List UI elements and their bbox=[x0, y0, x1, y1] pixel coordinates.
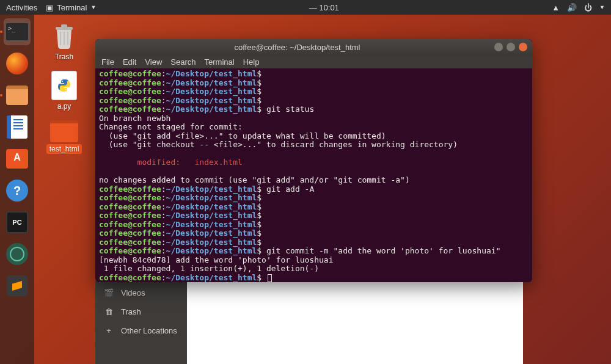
desktop-folder-testhtml[interactable]: test_html bbox=[46, 120, 82, 154]
svg-rect-1 bbox=[61, 24, 67, 27]
chevron-down-icon: ▼ bbox=[90, 4, 96, 10]
chevron-down-icon: ▼ bbox=[599, 4, 605, 10]
menu-file[interactable]: File bbox=[101, 57, 114, 67]
desktop-file-label: a.py bbox=[57, 102, 71, 111]
clock[interactable]: — 10:01 bbox=[309, 3, 339, 12]
close-button[interactable] bbox=[519, 43, 527, 51]
sidebar-item-other-locations[interactable]: + Other Locations bbox=[95, 321, 187, 340]
dock-libreoffice-writer[interactable] bbox=[4, 114, 31, 140]
svg-point-3 bbox=[65, 89, 67, 90]
dock-firefox[interactable] bbox=[4, 50, 31, 77]
menu-terminal[interactable]: Terminal bbox=[205, 57, 235, 67]
plus-icon: + bbox=[104, 326, 114, 335]
menu-search[interactable]: Search bbox=[170, 57, 196, 67]
terminal-titlebar[interactable]: coffee@coffee: ~/Desktop/test_html bbox=[95, 39, 532, 55]
folder-icon bbox=[50, 120, 78, 142]
trash-icon: 🗑 bbox=[104, 307, 114, 316]
terminal-window: coffee@coffee: ~/Desktop/test_html File … bbox=[95, 39, 532, 282]
window-title: coffee@coffee: ~/Desktop/test_html bbox=[100, 43, 494, 52]
activities-button[interactable]: Activities bbox=[6, 3, 37, 12]
volume-icon[interactable]: 🔊 bbox=[567, 3, 577, 12]
files-sidebar: 🎬 Videos 🗑 Trash + Other Locations bbox=[95, 281, 187, 364]
app-menu[interactable]: ▣ Terminal ▼ bbox=[46, 3, 96, 12]
desktop-trash-label: Trash bbox=[55, 53, 73, 61]
desktop-folder-label: test_html bbox=[46, 144, 82, 154]
sidebar-item-trash[interactable]: 🗑 Trash bbox=[95, 302, 187, 321]
dock-terminal[interactable]: >_ bbox=[4, 18, 31, 45]
sidebar-item-videos[interactable]: 🎬 Videos bbox=[95, 283, 187, 302]
sidebar-item-label: Videos bbox=[121, 288, 145, 297]
dock-pycharm[interactable]: PC bbox=[4, 209, 31, 236]
desktop-file-apy[interactable]: a.py bbox=[51, 71, 77, 111]
cursor bbox=[268, 274, 272, 282]
video-icon: 🎬 bbox=[104, 288, 114, 297]
menu-view[interactable]: View bbox=[145, 57, 162, 67]
terminal-icon: ▣ bbox=[46, 3, 53, 12]
sidebar-item-label: Trash bbox=[121, 307, 141, 316]
sidebar-item-label: Other Locations bbox=[121, 326, 177, 335]
desktop-icons: Trash a.py test_html bbox=[44, 24, 84, 154]
top-panel: Activities ▣ Terminal ▼ — 10:01 ▲ 🔊 ⏻ ▼ bbox=[0, 0, 611, 15]
files-window[interactable]: 🎬 Videos 🗑 Trash + Other Locations bbox=[95, 281, 523, 364]
power-icon[interactable]: ⏻ bbox=[584, 3, 592, 12]
trash-icon bbox=[53, 24, 75, 51]
network-icon[interactable]: ▲ bbox=[552, 3, 560, 12]
svg-point-2 bbox=[62, 81, 63, 82]
dock-sublime[interactable] bbox=[4, 272, 31, 299]
python-file-icon bbox=[51, 71, 77, 100]
dock-help[interactable]: ? bbox=[4, 177, 31, 204]
minimize-button[interactable] bbox=[494, 43, 503, 51]
terminal-body[interactable]: coffee@coffee:~/Desktop/test_html$ coffe… bbox=[95, 68, 532, 282]
dock-files[interactable] bbox=[4, 82, 31, 109]
app-menu-label: Terminal bbox=[57, 3, 87, 12]
menu-help[interactable]: Help bbox=[243, 57, 260, 67]
files-content[interactable] bbox=[187, 281, 523, 364]
menu-edit[interactable]: Edit bbox=[123, 57, 136, 67]
dock: >_ ? PC bbox=[0, 15, 34, 364]
dock-software[interactable] bbox=[4, 145, 31, 172]
dock-atom[interactable] bbox=[4, 241, 31, 268]
terminal-menubar: File Edit View Search Terminal Help bbox=[95, 55, 532, 68]
desktop-trash[interactable]: Trash bbox=[53, 24, 75, 61]
maximize-button[interactable] bbox=[507, 43, 515, 51]
